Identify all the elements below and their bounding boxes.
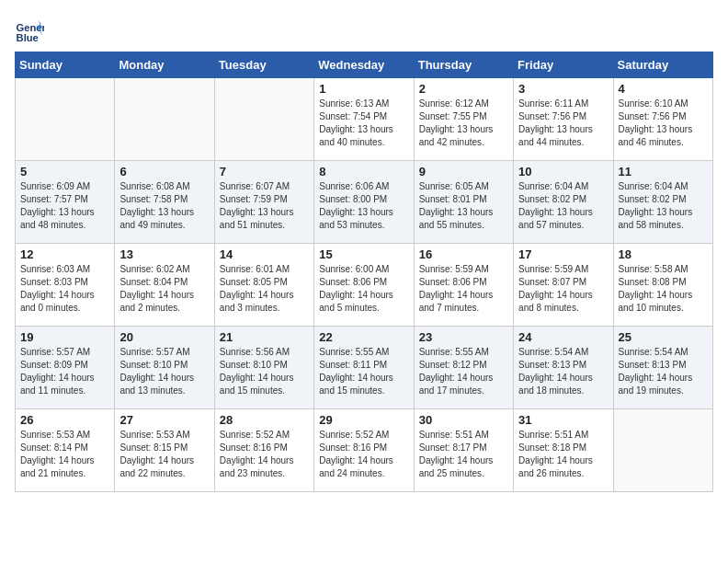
calendar-cell: 27Sunrise: 5:53 AM Sunset: 8:15 PM Dayli… [115,409,214,492]
day-number: 26 [20,413,109,427]
day-number: 17 [518,247,608,261]
calendar-cell: 20Sunrise: 5:57 AM Sunset: 8:10 PM Dayli… [115,327,214,409]
cell-info: Sunrise: 5:58 AM Sunset: 8:08 PM Dayligh… [619,263,708,315]
day-number: 12 [20,247,109,261]
day-number: 27 [119,413,209,427]
day-number: 24 [518,330,608,344]
day-number: 19 [20,330,109,344]
weekday-header-saturday: Saturday [613,52,712,78]
cell-info: Sunrise: 5:51 AM Sunset: 8:18 PM Dayligh… [518,429,608,480]
cell-info: Sunrise: 5:52 AM Sunset: 8:16 PM Dayligh… [319,429,408,480]
cell-info: Sunrise: 6:08 AM Sunset: 7:58 PM Dayligh… [119,180,209,232]
calendar-cell: 16Sunrise: 5:59 AM Sunset: 8:06 PM Dayli… [414,244,513,327]
calendar-week-row: 1Sunrise: 6:13 AM Sunset: 7:54 PM Daylig… [16,78,713,161]
day-number: 21 [220,330,309,344]
day-number: 18 [619,247,708,261]
day-number: 16 [419,247,508,261]
calendar-cell: 29Sunrise: 5:52 AM Sunset: 8:16 PM Dayli… [314,409,414,492]
calendar-week-row: 5Sunrise: 6:09 AM Sunset: 7:57 PM Daylig… [16,161,713,244]
calendar-cell [16,78,115,161]
day-number: 6 [119,165,209,178]
calendar-cell: 30Sunrise: 5:51 AM Sunset: 8:17 PM Dayli… [414,409,513,492]
cell-info: Sunrise: 6:07 AM Sunset: 7:59 PM Dayligh… [220,180,309,232]
calendar-cell: 5Sunrise: 6:09 AM Sunset: 7:57 PM Daylig… [16,161,115,244]
weekday-header-wednesday: Wednesday [314,52,414,78]
day-number: 2 [419,82,508,96]
weekday-header-sunday: Sunday [16,52,115,78]
cell-info: Sunrise: 5:54 AM Sunset: 8:13 PM Dayligh… [518,346,608,397]
day-number: 29 [319,413,408,427]
calendar-cell: 2Sunrise: 6:12 AM Sunset: 7:55 PM Daylig… [414,78,513,161]
weekday-header-thursday: Thursday [414,52,513,78]
weekday-header-friday: Friday [514,52,613,78]
cell-info: Sunrise: 6:00 AM Sunset: 8:06 PM Dayligh… [319,263,408,315]
cell-info: Sunrise: 6:12 AM Sunset: 7:55 PM Dayligh… [419,98,508,149]
calendar-cell: 25Sunrise: 5:54 AM Sunset: 8:13 PM Dayli… [613,327,712,409]
calendar-week-row: 19Sunrise: 5:57 AM Sunset: 8:09 PM Dayli… [16,327,713,409]
day-number: 1 [319,82,408,96]
day-number: 5 [20,165,109,178]
cell-info: Sunrise: 6:04 AM Sunset: 8:02 PM Dayligh… [518,180,608,232]
calendar-cell: 21Sunrise: 5:56 AM Sunset: 8:10 PM Dayli… [214,327,313,409]
cell-info: Sunrise: 5:55 AM Sunset: 8:12 PM Dayligh… [419,346,508,397]
cell-info: Sunrise: 5:55 AM Sunset: 8:11 PM Dayligh… [319,346,408,397]
day-number: 9 [419,165,508,178]
cell-info: Sunrise: 5:56 AM Sunset: 8:10 PM Dayligh… [220,346,309,397]
cell-info: Sunrise: 6:04 AM Sunset: 8:02 PM Dayligh… [619,180,708,232]
day-number: 7 [220,165,309,178]
cell-info: Sunrise: 6:13 AM Sunset: 7:54 PM Dayligh… [319,98,408,149]
cell-info: Sunrise: 5:52 AM Sunset: 8:16 PM Dayligh… [220,429,309,480]
cell-info: Sunrise: 5:59 AM Sunset: 8:06 PM Dayligh… [419,263,508,315]
calendar-cell: 10Sunrise: 6:04 AM Sunset: 8:02 PM Dayli… [514,161,613,244]
calendar-cell: 9Sunrise: 6:05 AM Sunset: 8:01 PM Daylig… [414,161,513,244]
day-number: 13 [119,247,209,261]
calendar-cell [214,78,313,161]
calendar-cell: 22Sunrise: 5:55 AM Sunset: 8:11 PM Dayli… [314,327,414,409]
day-number: 23 [419,330,508,344]
cell-info: Sunrise: 6:01 AM Sunset: 8:05 PM Dayligh… [220,263,309,315]
cell-info: Sunrise: 6:06 AM Sunset: 8:00 PM Dayligh… [319,180,408,232]
calendar-cell: 6Sunrise: 6:08 AM Sunset: 7:58 PM Daylig… [115,161,214,244]
calendar-cell: 18Sunrise: 5:58 AM Sunset: 8:08 PM Dayli… [613,244,712,327]
day-number: 31 [518,413,608,427]
day-number: 11 [619,165,708,178]
day-number: 15 [319,247,408,261]
calendar-cell: 26Sunrise: 5:53 AM Sunset: 8:14 PM Dayli… [16,409,115,492]
day-number: 25 [619,330,708,344]
weekday-header-row: SundayMondayTuesdayWednesdayThursdayFrid… [16,52,713,78]
cell-info: Sunrise: 5:51 AM Sunset: 8:17 PM Dayligh… [419,429,508,480]
day-number: 20 [119,330,209,344]
weekday-header-monday: Monday [115,52,214,78]
calendar-week-row: 26Sunrise: 5:53 AM Sunset: 8:14 PM Dayli… [16,409,713,492]
header: General Blue [15,15,713,44]
calendar-cell: 7Sunrise: 6:07 AM Sunset: 7:59 PM Daylig… [214,161,313,244]
calendar-cell [613,409,712,492]
cell-info: Sunrise: 5:54 AM Sunset: 8:13 PM Dayligh… [619,346,708,397]
calendar-cell: 12Sunrise: 6:03 AM Sunset: 8:03 PM Dayli… [16,244,115,327]
calendar-cell: 28Sunrise: 5:52 AM Sunset: 8:16 PM Dayli… [214,409,313,492]
day-number: 28 [220,413,309,427]
svg-text:Blue: Blue [17,32,39,43]
day-number: 4 [619,82,708,96]
day-number: 22 [319,330,408,344]
calendar-cell: 11Sunrise: 6:04 AM Sunset: 8:02 PM Dayli… [613,161,712,244]
calendar-cell: 23Sunrise: 5:55 AM Sunset: 8:12 PM Dayli… [414,327,513,409]
cell-info: Sunrise: 5:59 AM Sunset: 8:07 PM Dayligh… [518,263,608,315]
calendar-cell: 24Sunrise: 5:54 AM Sunset: 8:13 PM Dayli… [514,327,613,409]
calendar-cell: 1Sunrise: 6:13 AM Sunset: 7:54 PM Daylig… [314,78,414,161]
calendar-week-row: 12Sunrise: 6:03 AM Sunset: 8:03 PM Dayli… [16,244,713,327]
calendar-cell: 4Sunrise: 6:10 AM Sunset: 7:56 PM Daylig… [613,78,712,161]
cell-info: Sunrise: 6:09 AM Sunset: 7:57 PM Dayligh… [20,180,109,232]
calendar-cell: 15Sunrise: 6:00 AM Sunset: 8:06 PM Dayli… [314,244,414,327]
calendar-cell: 17Sunrise: 5:59 AM Sunset: 8:07 PM Dayli… [514,244,613,327]
calendar-cell: 8Sunrise: 6:06 AM Sunset: 8:00 PM Daylig… [314,161,414,244]
logo: General Blue [15,15,48,44]
calendar-cell: 19Sunrise: 5:57 AM Sunset: 8:09 PM Dayli… [16,327,115,409]
logo-icon: General Blue [15,15,44,44]
cell-info: Sunrise: 5:53 AM Sunset: 8:15 PM Dayligh… [119,429,209,480]
weekday-header-tuesday: Tuesday [214,52,313,78]
cell-info: Sunrise: 6:02 AM Sunset: 8:04 PM Dayligh… [119,263,209,315]
day-number: 8 [319,165,408,178]
cell-info: Sunrise: 5:53 AM Sunset: 8:14 PM Dayligh… [20,429,109,480]
cell-info: Sunrise: 5:57 AM Sunset: 8:10 PM Dayligh… [119,346,209,397]
